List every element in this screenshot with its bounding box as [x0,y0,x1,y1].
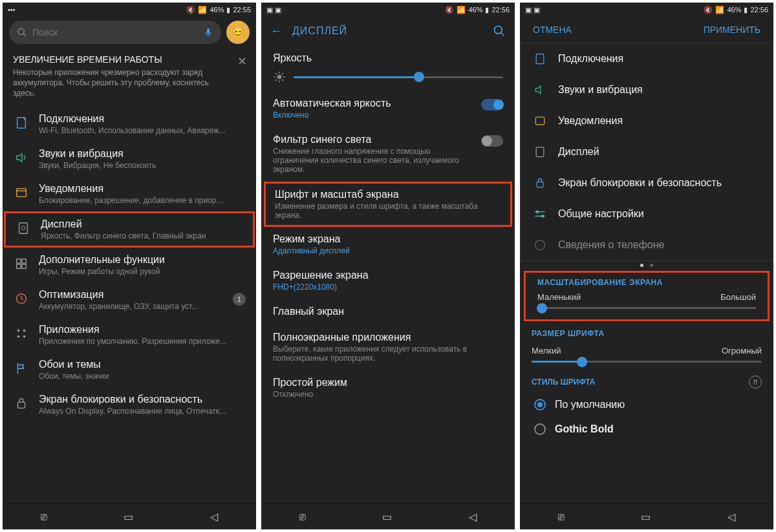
screen-zoom-slider[interactable] [537,307,756,309]
lock-icon [13,395,30,412]
recents-button[interactable]: ⎚ [558,511,565,523]
recents-button[interactable]: ⎚ [299,511,306,523]
brightness-label: Яркость [261,45,515,68]
font-size-heading: РАЗМЕР ШРИФТА [520,323,773,341]
avatar[interactable]: 😊 [226,21,250,44]
row-simple-mode[interactable]: Простой режим Отключено [261,370,515,407]
display-settings-screen: ▣ ▣ 🔇 📶 46% ▮ 22:56 ← ДИСПЛЕЙ Яркость Ав… [261,3,515,529]
cat-lockscreen: Экран блокировки и безопасность [521,167,773,198]
sim-icon [532,51,548,67]
row-wallpaper[interactable]: Обои и темыОбои, темы, значки [3,352,256,387]
zoom-big-label: Большой [720,292,756,302]
svg-point-13 [17,329,20,332]
status-bar: ▣ ▣ 🔇 📶 46% ▮ 22:56 [261,3,515,17]
row-display[interactable]: ДисплейЯркость, Фильтр синего света, Гла… [4,211,255,248]
row-connections[interactable]: ПодключенияWi-Fi, Bluetooth, Использован… [3,107,256,142]
close-icon[interactable]: ✕ [237,54,247,69]
radio-selected[interactable] [534,399,546,410]
wallpaper-icon [13,360,30,377]
settings-list: ПодключенияWi-Fi, Bluetooth, Использован… [3,107,256,504]
svg-point-37 [535,240,545,250]
font-download-icon[interactable]: ff [749,376,762,388]
font-style-gothic[interactable]: Gothic Bold [520,417,773,442]
font-size-slider[interactable] [532,361,762,363]
home-button[interactable]: ▭ [382,511,392,523]
svg-point-0 [18,28,24,34]
svg-line-19 [501,32,504,36]
font-scale-screen: ▣ ▣ 🔇 📶 46% ▮ 22:56 ОТМЕНА ПРИМЕНИТЬ Под… [520,3,773,529]
settings-icon [532,206,548,222]
home-button[interactable]: ▭ [641,511,651,523]
sound-icon [532,82,548,98]
mute-icon: 🔇 [186,6,195,14]
battery-percent: 46% [468,6,482,14]
advanced-icon [13,255,30,272]
android-navbar: ⎚ ▭ ◁ [3,504,256,529]
row-advanced[interactable]: Дополнительные функцииИгры, Режим работы… [3,248,256,282]
svg-rect-8 [17,259,21,262]
row-fullscreen-apps[interactable]: Полноэкранные приложения Выберите, какие… [261,325,515,370]
clock: 22:55 [233,6,251,14]
signal-icon: 📶 [198,6,207,14]
battery-banner[interactable]: УВЕЛИЧЕНИЕ ВРЕМЕНИ РАБОТЫ Некоторые прил… [3,48,256,107]
status-left-icons: ••• [8,6,16,14]
row-apps[interactable]: ПриложенияПриложения по умолчанию, Разре… [3,317,256,352]
battery-percent: 46% [210,6,224,14]
back-button[interactable]: ◁ [469,511,477,523]
status-left-icons: ▣ ▣ [525,6,540,14]
apply-button[interactable]: ПРИМЕНИТЬ [704,25,760,35]
lock-icon [532,175,548,191]
cat-connections: Подключения [521,43,773,74]
cat-notifications: Уведомления [521,105,773,136]
radio-unselected[interactable] [534,423,546,435]
brightness-slider-row [261,68,515,91]
screen-header: ← ДИСПЛЕЙ [261,17,515,45]
svg-rect-10 [17,264,21,268]
mic-icon[interactable] [203,27,213,37]
info-icon [532,237,548,253]
brightness-icon [273,70,286,83]
font-style-default[interactable]: По умолчанию [520,392,773,417]
svg-point-14 [23,329,26,332]
font-style-heading-row: СТИЛЬ ШРИФТА ff [520,369,773,392]
row-lockscreen[interactable]: Экран блокировки и безопасностьAlways On… [3,387,256,422]
font-size-block: Мелкий Огромный [520,341,773,369]
status-bar: ▣ ▣ 🔇 📶 46% ▮ 22:56 [520,3,773,17]
row-maintenance[interactable]: ОптимизацияАккумулятор, хранилище, ОЗУ, … [3,282,256,317]
badge-count: 1 [233,293,246,306]
row-auto-brightness[interactable]: Автоматическая яркость Включено [261,91,515,127]
row-resolution[interactable]: Разрешение экрана FHD+(2220x1080) [261,263,515,299]
battery-icon: ▮ [485,6,489,14]
cancel-button[interactable]: ОТМЕНА [533,25,572,35]
row-sounds[interactable]: Звуки и вибрацияЗвуки, Вибрация, Не бесп… [3,142,256,176]
recents-button[interactable]: ⎚ [41,511,47,523]
search-input[interactable] [32,27,198,37]
row-notifications[interactable]: УведомленияБлокирование, разрешение, доб… [3,176,256,211]
row-font-scale[interactable]: Шрифт и масштаб экрана Изменение размера… [264,182,512,227]
status-left-icons: ▣ ▣ [266,6,281,14]
svg-line-27 [275,80,277,81]
row-screen-mode[interactable]: Режим экрана Адаптивный дисплей [261,227,515,263]
screen-zoom-heading: МАСШТАБИРОВАНИЕ ЭКРАНА [535,275,759,290]
row-home-screen[interactable]: Главный экран [261,299,515,325]
home-button[interactable]: ▭ [124,511,133,523]
search-icon[interactable] [493,25,506,37]
android-navbar: ⎚ ▭ ◁ [520,504,773,529]
font-small-label: Мелкий [532,346,561,356]
svg-point-15 [17,335,20,337]
svg-rect-4 [17,188,27,197]
brightness-slider[interactable] [294,76,503,78]
search-box[interactable] [9,21,221,44]
svg-rect-29 [536,54,544,64]
back-button[interactable]: ◁ [727,511,735,523]
svg-rect-9 [22,259,26,262]
back-button[interactable]: ◁ [210,511,218,523]
row-blue-filter[interactable]: Фильтр синего света Снижение глазного на… [261,127,515,182]
blue-filter-toggle[interactable] [481,135,503,147]
settings-main-screen: ••• 🔇 📶 46% ▮ 22:55 😊 УВЕЛИЧЕНИЕ ВРЕМЕНИ… [3,3,256,529]
svg-rect-2 [207,28,210,34]
battery-icon: ▮ [226,6,230,14]
auto-brightness-toggle[interactable] [481,99,503,111]
font-style-heading: СТИЛЬ ШРИФТА [532,378,595,387]
back-icon[interactable]: ← [270,23,283,38]
